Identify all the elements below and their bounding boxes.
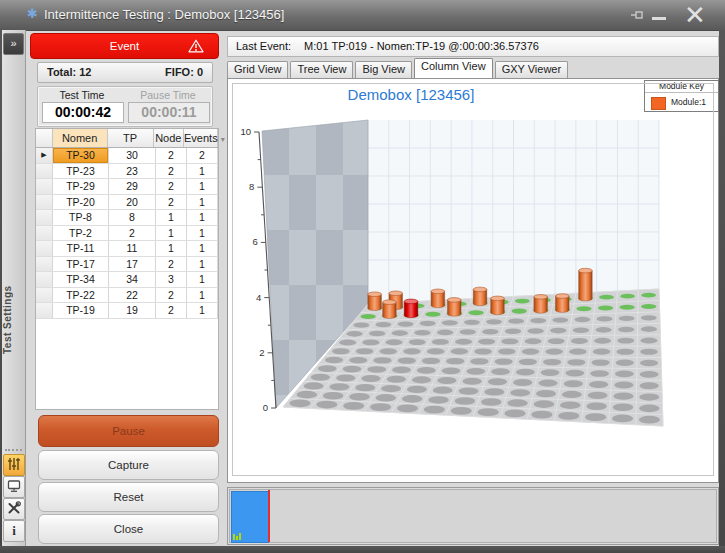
table-cell: TP-17 — [53, 257, 109, 272]
table-row[interactable]: TP-343431 — [36, 272, 218, 288]
table-cell: TP-2 — [53, 226, 109, 241]
table-row[interactable]: ▶TP-303022 — [36, 148, 218, 164]
minimize-icon[interactable] — [652, 17, 666, 20]
table-cell: 30 — [109, 148, 156, 163]
close-icon[interactable]: ✕ — [676, 0, 714, 30]
table-row[interactable]: TP-191921 — [36, 303, 218, 319]
test-time-label: Test Time — [39, 89, 125, 101]
capture-button[interactable]: Capture — [38, 450, 219, 480]
test-settings-sliders-icon[interactable] — [3, 454, 25, 476]
table-cell: 2 — [156, 288, 187, 303]
table-cell: TP-11 — [53, 241, 109, 256]
tools-icon[interactable] — [3, 498, 25, 520]
row-marker-cell — [36, 272, 53, 287]
table-cell: TP-23 — [53, 164, 109, 179]
table-row[interactable]: TP-111111 — [36, 241, 218, 257]
timeline-activity-bar — [239, 533, 241, 540]
table-cell: 1 — [187, 195, 218, 210]
tab-grid-view[interactable]: Grid View — [227, 61, 288, 78]
pause-time-value: 00:00:11 — [128, 102, 210, 123]
table-cell: 2 — [156, 148, 187, 163]
window-edge-bottom — [0, 546, 725, 553]
table-cell: 2 — [156, 303, 187, 318]
event-button[interactable]: Event — [30, 33, 219, 59]
test-point-table: Nomen TP Node Events▾ ▶TP-303022TP-23232… — [35, 128, 219, 410]
sidebar-panel-label: Test Settings — [2, 240, 25, 400]
pin-icon[interactable] — [630, 8, 644, 20]
table-cell: TP-30 — [53, 148, 109, 163]
table-cell: 11 — [109, 241, 156, 256]
table-cell: TP-29 — [53, 179, 109, 194]
table-cell: 2 — [187, 148, 218, 163]
window-edge-right — [719, 30, 725, 546]
table-cell: 1 — [156, 241, 187, 256]
svg-text:6: 6 — [253, 236, 258, 247]
svg-text:2: 2 — [259, 347, 264, 358]
table-cell: 23 — [109, 164, 156, 179]
row-marker-cell — [36, 226, 53, 241]
tab-big-view[interactable]: Big View — [355, 61, 412, 78]
last-event-value: M:01 TP:019 - Nomen:TP-19 @:00:00:36.573… — [304, 40, 539, 52]
table-cell: 3 — [156, 272, 187, 287]
table-cell: 29 — [109, 179, 156, 194]
column-header-events[interactable]: Events▾ — [184, 129, 218, 147]
table-cell: 2 — [156, 164, 187, 179]
table-row[interactable]: TP-232321 — [36, 164, 218, 180]
table-row[interactable]: TP-2211 — [36, 226, 218, 242]
table-cell: TP-8 — [53, 210, 109, 225]
table-row[interactable]: TP-292921 — [36, 179, 218, 195]
chart-panel: Demobox [123456] Module Key Module:1 024… — [227, 78, 719, 483]
app-window: ✱ Intermittence Testing : Demobox [12345… — [0, 0, 725, 553]
timeline-activity-bar — [236, 536, 238, 540]
table-row[interactable]: TP-171721 — [36, 257, 218, 273]
column-header-tp[interactable]: TP — [108, 129, 154, 147]
tab-tree-view[interactable]: Tree View — [290, 61, 353, 78]
title-bar[interactable]: ✱ Intermittence Testing : Demobox [12345… — [0, 0, 725, 31]
tab-gxy-viewer[interactable]: GXY Viewer — [495, 61, 569, 78]
table-cell: 1 — [187, 179, 218, 194]
reset-button[interactable]: Reset — [38, 482, 219, 512]
table-cell: TP-34 — [53, 272, 109, 287]
table-row[interactable]: TP-202021 — [36, 195, 218, 211]
fifo-count: FIFO: 0 — [165, 63, 203, 82]
table-cell: 19 — [109, 303, 156, 318]
table-cell: 1 — [187, 303, 218, 318]
window-title: Intermittence Testing : Demobox [123456] — [44, 7, 284, 22]
table-row[interactable]: TP-222221 — [36, 288, 218, 304]
row-marker-cell — [36, 195, 53, 210]
info-icon[interactable]: i — [3, 520, 25, 542]
tp-table-body: ▶TP-303022TP-232321TP-292921TP-202021TP-… — [36, 148, 218, 319]
tab-column-view[interactable]: Column View — [414, 58, 493, 78]
svg-text:10: 10 — [240, 126, 251, 137]
column-header-nomen[interactable]: Nomen — [53, 129, 108, 147]
table-header-row: Nomen TP Node Events▾ — [36, 129, 218, 148]
svg-text:8: 8 — [249, 181, 254, 192]
timeline-track[interactable] — [227, 487, 719, 545]
monitor-icon[interactable] — [3, 476, 25, 498]
timeline-inner — [229, 489, 717, 543]
table-cell: 17 — [109, 257, 156, 272]
table-cell: TP-19 — [53, 303, 109, 318]
pause-time-label: Pause Time — [125, 89, 211, 101]
last-event-label: Last Event: — [236, 40, 291, 52]
warning-triangle-icon — [188, 39, 204, 53]
table-cell: TP-22 — [53, 288, 109, 303]
app-icon: ✱ — [27, 6, 38, 21]
timer-group: Test Time Pause Time 00:00:42 00:00:11 — [37, 86, 213, 127]
timeline-cursor[interactable] — [268, 490, 270, 542]
sidebar-expander-button[interactable]: » — [3, 33, 24, 55]
table-cell: 1 — [156, 210, 187, 225]
pause-button[interactable]: Pause — [38, 415, 219, 447]
table-cell: 1 — [187, 226, 218, 241]
row-marker-cell — [36, 241, 53, 256]
column-header-node[interactable]: Node — [154, 129, 184, 147]
row-marker-header — [36, 129, 53, 147]
table-row[interactable]: TP-8811 — [36, 210, 218, 226]
table-cell: 2 — [156, 179, 187, 194]
row-marker-cell — [36, 288, 53, 303]
totals-bar: Total: 12 FIFO: 0 — [37, 62, 213, 83]
close-button[interactable]: Close — [38, 514, 219, 544]
table-cell: TP-20 — [53, 195, 109, 210]
chart-3d-plot: 0246810 — [229, 80, 717, 480]
table-cell: 1 — [156, 226, 187, 241]
